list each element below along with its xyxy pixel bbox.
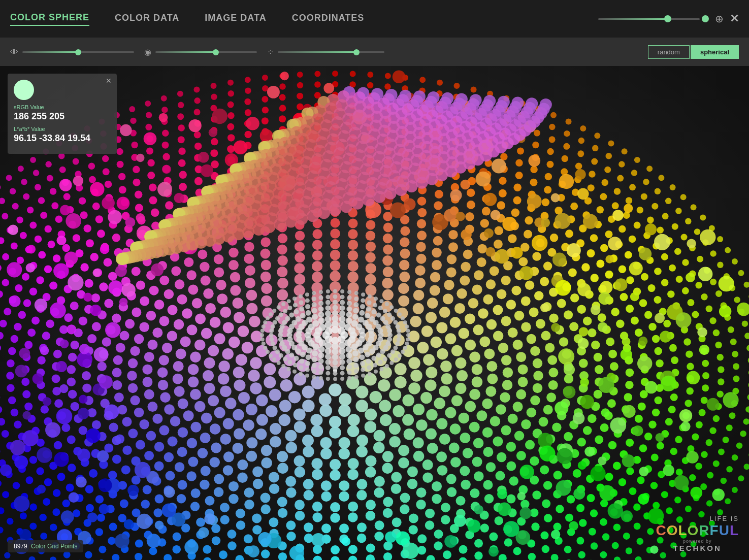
svg-point-832 bbox=[99, 282, 108, 291]
svg-point-881 bbox=[573, 469, 581, 478]
svg-point-1324 bbox=[564, 546, 572, 553]
svg-point-932 bbox=[103, 258, 112, 267]
svg-point-2336 bbox=[306, 354, 311, 360]
svg-point-2519 bbox=[368, 294, 372, 299]
svg-point-619 bbox=[425, 520, 435, 530]
svg-point-728 bbox=[92, 420, 101, 430]
svg-point-1830 bbox=[732, 351, 738, 357]
svg-point-2576 bbox=[484, 228, 494, 238]
svg-point-1964 bbox=[694, 228, 701, 235]
svg-point-890 bbox=[459, 545, 468, 554]
globe-icon[interactable]: ⊕ bbox=[715, 13, 724, 25]
nav-image-data[interactable]: IMAGE DATA bbox=[205, 13, 266, 25]
svg-point-559 bbox=[128, 429, 138, 438]
svg-point-2829 bbox=[280, 72, 289, 80]
svg-point-678 bbox=[518, 257, 528, 266]
svg-point-1784 bbox=[131, 142, 138, 149]
svg-point-1520 bbox=[227, 134, 235, 142]
svg-point-12 bbox=[355, 386, 368, 399]
svg-point-2473 bbox=[389, 361, 394, 365]
svg-point-516 bbox=[490, 266, 499, 276]
svg-point-2711 bbox=[115, 534, 129, 548]
nav-color-data[interactable]: COLOR DATA bbox=[115, 13, 179, 25]
svg-point-1076 bbox=[635, 328, 643, 337]
svg-point-2488 bbox=[292, 370, 297, 374]
svg-point-422 bbox=[159, 316, 169, 326]
svg-point-2686 bbox=[467, 519, 480, 533]
svg-point-1701 bbox=[689, 474, 696, 481]
svg-point-2377 bbox=[312, 363, 317, 368]
svg-point-151 bbox=[229, 337, 240, 348]
svg-point-1036 bbox=[90, 253, 99, 261]
svg-point-1775 bbox=[16, 216, 23, 223]
svg-point-1376 bbox=[15, 284, 22, 292]
svg-point-1517 bbox=[178, 148, 186, 155]
svg-point-2405 bbox=[376, 313, 381, 318]
svg-point-130 bbox=[439, 386, 450, 398]
svg-point-484 bbox=[139, 419, 149, 430]
svg-point-871 bbox=[608, 350, 617, 358]
svg-point-2688 bbox=[489, 546, 499, 556]
svg-point-1697 bbox=[709, 427, 717, 434]
svg-point-1390 bbox=[178, 159, 186, 167]
svg-point-191 bbox=[203, 370, 214, 381]
svg-point-2272 bbox=[332, 348, 339, 355]
svg-point-46 bbox=[348, 414, 360, 426]
svg-point-774 bbox=[588, 328, 597, 338]
svg-point-14 bbox=[319, 393, 332, 406]
svg-point-344 bbox=[223, 465, 234, 476]
eye-slider[interactable] bbox=[22, 51, 134, 53]
svg-point-469 bbox=[348, 512, 358, 522]
svg-point-2639 bbox=[598, 377, 614, 393]
svg-point-2444 bbox=[283, 309, 287, 313]
panel-close-btn[interactable]: ✕ bbox=[106, 77, 112, 85]
svg-point-2076 bbox=[130, 118, 137, 124]
svg-point-653 bbox=[136, 280, 146, 290]
svg-point-184 bbox=[261, 445, 272, 456]
svg-point-548 bbox=[269, 517, 278, 527]
svg-point-312 bbox=[415, 266, 426, 276]
svg-point-596 bbox=[525, 280, 535, 290]
svg-point-2799 bbox=[162, 164, 171, 174]
svg-point-1572 bbox=[634, 522, 641, 530]
circle-slider[interactable] bbox=[155, 51, 257, 53]
svg-point-437 bbox=[383, 234, 393, 244]
scatter-slider[interactable] bbox=[278, 51, 384, 53]
techkon-text: TECHKON bbox=[656, 544, 739, 552]
top-slider[interactable] bbox=[598, 18, 700, 20]
svg-point-267 bbox=[485, 386, 496, 397]
nav-color-sphere[interactable]: COLOR SPHERE bbox=[10, 12, 89, 26]
svg-point-246 bbox=[233, 298, 244, 309]
svg-point-2454 bbox=[347, 295, 352, 300]
svg-point-553 bbox=[191, 488, 201, 498]
svg-point-476 bbox=[229, 494, 239, 504]
svg-point-1082 bbox=[638, 403, 646, 411]
svg-point-225 bbox=[365, 467, 376, 478]
nav-coordinates[interactable]: COORDINATES bbox=[292, 13, 365, 25]
svg-point-539 bbox=[425, 509, 435, 518]
svg-point-177 bbox=[382, 451, 394, 462]
svg-point-2087 bbox=[314, 81, 321, 88]
svg-point-2442 bbox=[275, 316, 280, 321]
scatter-control: ⁘ bbox=[267, 47, 384, 57]
svg-point-1507 bbox=[44, 225, 52, 233]
svg-point-884 bbox=[542, 500, 550, 508]
svg-point-2479 bbox=[354, 375, 359, 379]
svg-point-537 bbox=[456, 496, 466, 506]
svg-point-462 bbox=[461, 480, 471, 490]
svg-point-1134 bbox=[21, 378, 29, 386]
svg-point-180 bbox=[330, 459, 341, 470]
svg-point-2767 bbox=[53, 263, 69, 279]
svg-point-270 bbox=[469, 422, 480, 433]
svg-point-489 bbox=[128, 358, 138, 369]
svg-point-1118 bbox=[149, 547, 157, 555]
spherical-btn[interactable]: spherical bbox=[691, 45, 739, 59]
svg-point-2528 bbox=[405, 324, 409, 328]
svg-point-2413 bbox=[393, 345, 398, 350]
svg-point-2710 bbox=[124, 519, 134, 530]
random-btn[interactable]: random bbox=[648, 45, 690, 59]
svg-point-2637 bbox=[563, 386, 576, 399]
svg-point-2793 bbox=[73, 176, 84, 186]
close-icon[interactable]: ✕ bbox=[730, 12, 739, 25]
svg-point-162 bbox=[398, 295, 409, 307]
